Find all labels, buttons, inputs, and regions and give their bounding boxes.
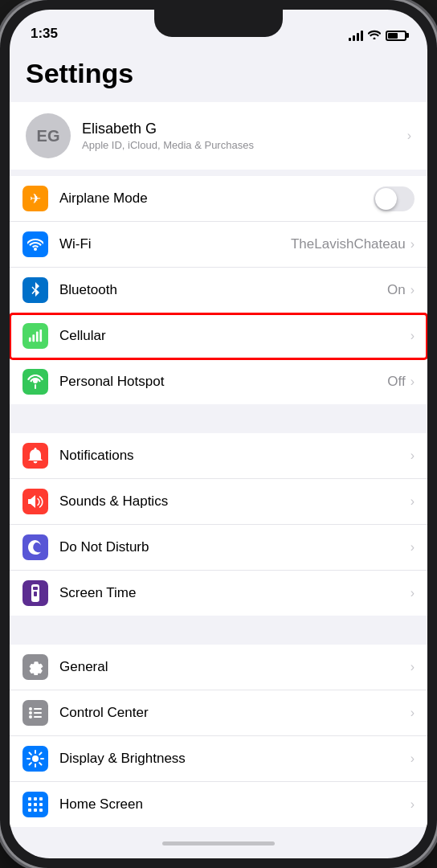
settings-content: Settings EG Elisabeth G Apple ID, iCloud… [10, 50, 427, 858]
screen-time-label: Screen Time [59, 585, 410, 601]
svg-rect-13 [34, 708, 42, 710]
svg-rect-25 [28, 797, 31, 800]
status-icons [349, 29, 406, 43]
settings-row-airplane-mode[interactable]: ✈ Airplane Mode [10, 176, 427, 222]
svg-line-21 [30, 753, 31, 755]
svg-line-24 [30, 763, 31, 764]
general-group: General › Cont [10, 645, 427, 827]
profile-chevron-icon: › [407, 129, 411, 143]
settings-row-do-not-disturb[interactable]: Do Not Disturb › [10, 525, 427, 571]
control-center-chevron-icon: › [410, 706, 415, 720]
general-icon [22, 654, 48, 680]
sounds-haptics-label: Sounds & Haptics [59, 493, 410, 510]
wifi-label: Wi-Fi [59, 236, 291, 252]
cellular-chevron-icon: › [410, 329, 415, 343]
svg-rect-3 [36, 332, 39, 342]
svg-rect-1 [29, 338, 31, 342]
settings-row-notifications[interactable]: Notifications › [10, 433, 427, 479]
svg-rect-14 [34, 712, 42, 714]
display-brightness-label: Display & Brightness [59, 751, 410, 767]
settings-row-bluetooth[interactable]: Bluetooth On › [10, 268, 427, 313]
personal-hotspot-icon [22, 369, 48, 395]
connectivity-group: ✈ Airplane Mode [10, 176, 427, 404]
personal-hotspot-chevron-icon: › [410, 375, 415, 389]
phone-frame: 1:35 [0, 0, 437, 868]
svg-rect-9 [34, 592, 37, 596]
do-not-disturb-chevron-icon: › [410, 540, 415, 555]
status-time: 1:35 [31, 26, 58, 43]
airplane-mode-icon: ✈ [22, 186, 48, 211]
bluetooth-icon [22, 277, 48, 303]
wifi-value: TheLavishChateau [291, 236, 406, 252]
screen-time-icon [22, 580, 48, 606]
settings-row-screen-time[interactable]: Screen Time › [10, 571, 427, 616]
do-not-disturb-icon [22, 534, 48, 560]
signal-bars-icon [349, 30, 363, 41]
general-chevron-icon: › [410, 660, 415, 674]
control-center-icon [22, 700, 48, 726]
sounds-haptics-icon [22, 489, 48, 514]
settings-row-control-center[interactable]: Control Center › [10, 690, 427, 736]
screen-time-chevron-icon: › [410, 586, 415, 600]
wifi-status-icon [368, 29, 381, 42]
bluetooth-value: On [387, 282, 406, 298]
settings-row-display-brightness[interactable]: Display & Brightness › [10, 736, 427, 782]
svg-rect-29 [34, 803, 37, 806]
profile-info: Elisabeth G Apple ID, iCloud, Media & Pu… [82, 121, 396, 151]
settings-row-home-screen[interactable]: Home Screen › [10, 782, 427, 827]
svg-rect-4 [39, 330, 42, 342]
home-screen-label: Home Screen [59, 796, 410, 813]
svg-rect-27 [39, 797, 43, 800]
home-indicator [162, 841, 275, 845]
bluetooth-label: Bluetooth [59, 282, 387, 298]
svg-point-0 [34, 248, 37, 251]
profile-name: Elisabeth G [82, 121, 396, 137]
general-label: General [59, 659, 410, 675]
svg-rect-31 [28, 809, 31, 812]
settings-row-sounds-haptics[interactable]: Sounds & Haptics › [10, 479, 427, 525]
notifications-label: Notifications [59, 448, 410, 464]
bluetooth-chevron-icon: › [410, 283, 415, 297]
svg-rect-26 [34, 797, 37, 800]
phone-screen: 1:35 [10, 10, 427, 858]
notch [154, 10, 283, 37]
wifi-icon [22, 231, 48, 257]
personal-hotspot-label: Personal Hotspot [59, 374, 387, 390]
svg-rect-8 [33, 587, 38, 590]
sounds-haptics-chevron-icon: › [410, 494, 415, 509]
notifications-icon [22, 443, 48, 469]
svg-point-10 [29, 707, 32, 710]
display-brightness-icon [22, 746, 48, 772]
svg-rect-33 [39, 809, 43, 812]
svg-rect-2 [32, 334, 35, 342]
page-title: Settings [10, 50, 427, 102]
personal-hotspot-value: Off [387, 374, 405, 390]
svg-rect-6 [35, 384, 36, 389]
svg-line-23 [39, 753, 41, 755]
airplane-mode-label: Airplane Mode [59, 190, 374, 207]
home-screen-icon [22, 792, 48, 817]
airplane-mode-toggle[interactable] [374, 186, 415, 211]
profile-row[interactable]: EG Elisabeth G Apple ID, iCloud, Media &… [10, 102, 427, 170]
display-brightness-chevron-icon: › [410, 751, 415, 766]
wifi-chevron-icon: › [410, 237, 415, 252]
svg-line-22 [39, 763, 41, 764]
profile-subtitle: Apple ID, iCloud, Media & Purchases [82, 139, 396, 151]
notifications-group: Notifications › Sounds & Haptics › [10, 433, 427, 616]
svg-point-11 [29, 711, 32, 714]
avatar: EG [26, 113, 71, 158]
settings-row-personal-hotspot[interactable]: Personal Hotspot Off › [10, 359, 427, 404]
settings-row-cellular[interactable]: Cellular › [10, 313, 427, 359]
svg-rect-28 [28, 803, 31, 806]
cellular-label: Cellular [59, 328, 410, 344]
control-center-label: Control Center [59, 705, 410, 721]
svg-rect-32 [34, 809, 37, 812]
svg-rect-30 [39, 803, 43, 806]
notifications-chevron-icon: › [410, 448, 415, 463]
do-not-disturb-label: Do Not Disturb [59, 539, 410, 555]
settings-row-wifi[interactable]: Wi-Fi TheLavishChateau › [10, 222, 427, 268]
battery-icon [386, 31, 406, 41]
settings-row-general[interactable]: General › [10, 645, 427, 690]
svg-point-12 [29, 715, 32, 719]
home-screen-chevron-icon: › [410, 797, 415, 812]
